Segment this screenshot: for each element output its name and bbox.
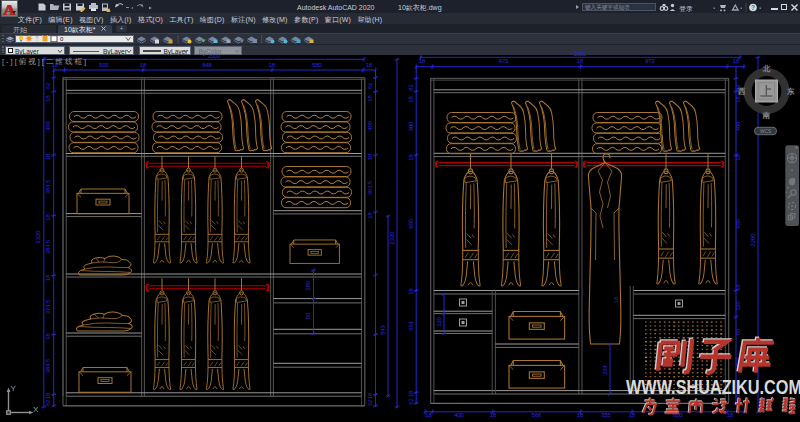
svg-text:18: 18 — [577, 58, 583, 64]
svg-text:384.5: 384.5 — [45, 240, 51, 255]
svg-text:?: ? — [751, 4, 755, 11]
svg-text:900: 900 — [735, 219, 741, 229]
svg-text:2200: 2200 — [750, 234, 756, 247]
svg-text:18: 18 — [419, 58, 425, 64]
svg-text:384.5: 384.5 — [45, 180, 51, 195]
svg-text:18: 18 — [408, 288, 414, 294]
svg-text:400: 400 — [408, 122, 414, 132]
svg-text:北: 北 — [762, 64, 771, 73]
svg-text:18: 18 — [629, 412, 635, 418]
svg-text:973: 973 — [645, 58, 655, 64]
svg-text:18: 18 — [727, 412, 733, 418]
svg-text:18: 18 — [45, 95, 51, 101]
svg-text:18: 18 — [490, 412, 496, 418]
svg-text:18: 18 — [735, 154, 741, 160]
svg-text:566: 566 — [532, 412, 542, 418]
svg-text:973: 973 — [499, 58, 509, 64]
svg-text:580: 580 — [312, 62, 322, 68]
svg-text:18: 18 — [733, 58, 739, 64]
svg-text:18: 18 — [367, 95, 373, 101]
svg-text:400: 400 — [735, 122, 741, 132]
svg-text:X: X — [33, 405, 39, 414]
svg-text:62: 62 — [45, 400, 51, 406]
svg-text:500: 500 — [99, 62, 109, 68]
svg-text:400: 400 — [45, 121, 51, 131]
svg-text:2000: 2000 — [574, 51, 586, 57]
svg-text:登录: 登录 — [679, 5, 693, 13]
svg-text:120: 120 — [735, 301, 741, 311]
svg-text:62: 62 — [45, 83, 51, 89]
svg-text:843: 843 — [380, 325, 386, 335]
svg-text:18: 18 — [269, 62, 275, 68]
svg-text:180: 180 — [305, 281, 311, 291]
svg-text:18: 18 — [367, 154, 373, 160]
svg-text:2320: 2320 — [389, 232, 395, 245]
svg-text:50: 50 — [305, 313, 311, 319]
svg-text:南: 南 — [762, 111, 771, 120]
svg-text:18: 18 — [367, 212, 373, 218]
svg-text:18: 18 — [367, 393, 373, 399]
svg-text:18: 18 — [408, 154, 414, 160]
svg-text:384.5: 384.5 — [45, 359, 51, 374]
svg-text:东: 东 — [787, 87, 795, 96]
svg-text:664: 664 — [408, 320, 414, 330]
svg-text:50: 50 — [735, 329, 741, 335]
svg-text:18: 18 — [577, 412, 583, 418]
svg-text:374.5: 374.5 — [45, 300, 51, 315]
svg-text:400: 400 — [367, 121, 373, 131]
svg-text:82: 82 — [408, 84, 414, 90]
svg-text:355: 355 — [601, 412, 611, 418]
svg-text:18: 18 — [45, 333, 51, 339]
svg-text:2320: 2320 — [35, 231, 41, 244]
svg-text:18: 18 — [408, 391, 414, 397]
svg-text:WCS: WCS — [760, 129, 771, 134]
svg-text:18: 18 — [45, 214, 51, 220]
svg-text:Y: Y — [11, 384, 17, 393]
svg-text:18: 18 — [45, 275, 51, 281]
svg-text:18: 18 — [45, 154, 51, 160]
svg-text:18: 18 — [735, 284, 741, 290]
svg-text:0: 0 — [60, 36, 64, 42]
svg-text:18: 18 — [613, 297, 619, 303]
svg-text:848: 848 — [202, 62, 212, 68]
svg-text:18: 18 — [735, 96, 741, 102]
svg-text:WWW.SHUAZIKU.COM: WWW.SHUAZIKU.COM — [626, 376, 800, 398]
svg-text:西: 西 — [738, 87, 746, 96]
svg-text:400: 400 — [454, 412, 464, 418]
svg-text:18: 18 — [425, 412, 431, 418]
svg-text:62: 62 — [367, 83, 373, 89]
svg-text:264: 264 — [602, 364, 608, 374]
svg-text:18: 18 — [366, 62, 372, 68]
svg-text:18: 18 — [140, 62, 146, 68]
svg-text:62: 62 — [367, 400, 373, 406]
svg-text:120: 120 — [436, 317, 442, 327]
svg-text:18: 18 — [45, 393, 51, 399]
svg-text:900: 900 — [408, 219, 414, 229]
svg-text:391.5: 391.5 — [367, 181, 373, 196]
svg-text:18: 18 — [408, 96, 414, 102]
svg-text:62: 62 — [408, 398, 414, 404]
